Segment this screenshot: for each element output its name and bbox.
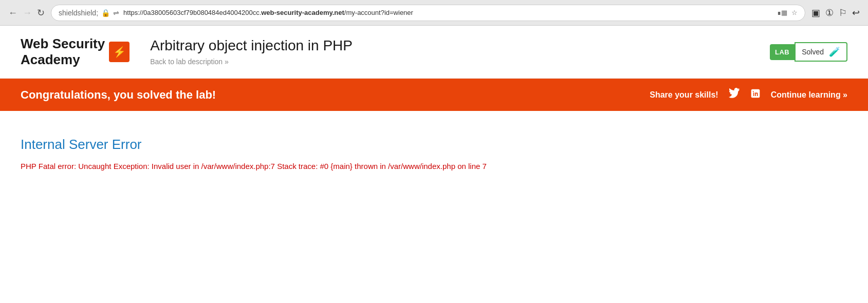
browser-toolbar-icons: ▣ ① ⚐ ↩ <box>811 7 860 18</box>
error-message: PHP Fatal error: Uncaught Exception: Inv… <box>21 161 847 173</box>
address-bar-icons-right: ∎▦ ☆ <box>777 9 798 16</box>
url-suffix: /my-account?id=wiener <box>344 9 413 16</box>
page-content: Web Security Academy ⚡ Arbitrary object … <box>0 26 868 198</box>
security-icons: shieldshield; 🔒 ⇌ <box>59 9 119 17</box>
menu-icon: ↩ <box>852 7 860 18</box>
continue-learning-link[interactable]: Continue learning » <box>771 90 847 100</box>
twitter-icon[interactable] <box>729 88 740 102</box>
error-section: Internal Server Error PHP Fatal error: U… <box>0 111 868 198</box>
solved-label: Solved <box>802 48 824 56</box>
lab-title: Arbitrary object injection in PHP <box>150 37 770 54</box>
flask-icon: 🧪 <box>829 46 840 58</box>
address-text: https://0a38005603cf79b080484ed4004200cc… <box>123 9 773 16</box>
congratulations-text: Congratulations, you solved the lab! <box>21 88 216 102</box>
shield-icon: shieldshield; <box>59 9 98 17</box>
url-prefix: https://0a38005603cf79b080484ed4004200cc… <box>123 9 261 16</box>
banner-right-section: Share your skills! Continue learning » <box>650 88 847 102</box>
linkedin-icon[interactable] <box>750 88 761 101</box>
star-icon: ☆ <box>791 9 798 16</box>
logo-line2: Academy <box>21 52 80 67</box>
url-bold: web-security-academy.net <box>261 9 344 16</box>
solved-badge: Solved 🧪 <box>795 42 847 62</box>
notification-icon: ① <box>825 7 834 18</box>
site-header: Web Security Academy ⚡ Arbitrary object … <box>0 26 868 79</box>
lock-icon: 🔒 <box>101 9 110 17</box>
address-bar[interactable]: shieldshield; 🔒 ⇌ https://0a38005603cf79… <box>51 5 805 21</box>
header-badge-section: LAB Solved 🧪 <box>770 42 847 62</box>
lab-badge: LAB <box>770 44 795 60</box>
lightning-icon: ⚡ <box>113 46 126 58</box>
logo-icon: ⚡ <box>109 42 130 62</box>
logo: Web Security Academy ⚡ <box>21 36 130 68</box>
error-title: Internal Server Error <box>21 137 847 153</box>
nav-buttons: ← → ↻ <box>8 8 45 17</box>
extensions-icon: ▣ <box>811 7 820 18</box>
reload-button[interactable]: ↻ <box>37 8 45 17</box>
linkedin-svg <box>750 88 761 99</box>
extra-icon: ⇌ <box>113 9 119 17</box>
header-title-section: Arbitrary object injection in PHP Back t… <box>150 37 770 66</box>
qr-icon: ∎▦ <box>777 9 787 16</box>
logo-line1: Web Security <box>21 36 105 51</box>
logo-text: Web Security Academy <box>21 36 105 68</box>
puzzle-icon: ⚐ <box>839 7 847 18</box>
share-skills-label: Share your skills! <box>650 90 718 100</box>
orange-banner: Congratulations, you solved the lab! Sha… <box>0 79 868 111</box>
browser-chrome: ← → ↻ shieldshield; 🔒 ⇌ https://0a380056… <box>0 0 868 26</box>
twitter-svg <box>729 88 740 99</box>
back-to-lab-link[interactable]: Back to lab description » <box>150 58 229 66</box>
forward-button[interactable]: → <box>23 8 32 17</box>
back-button[interactable]: ← <box>8 8 17 17</box>
